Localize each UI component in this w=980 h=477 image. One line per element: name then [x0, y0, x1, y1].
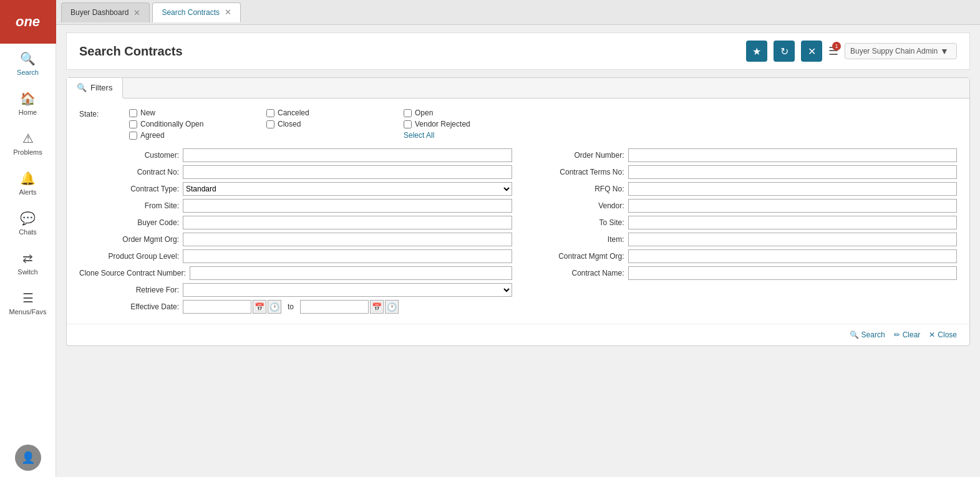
clock-to-button[interactable]: 🕐 — [385, 300, 399, 314]
clock-from-button[interactable]: 🕐 — [268, 300, 281, 314]
checkbox-open[interactable]: Open — [404, 108, 541, 117]
warning-icon: ⚠ — [22, 131, 34, 146]
search-icon: 🔍 — [850, 330, 859, 339]
field-contract-mgmt-org: Contract Mgmt Org: — [525, 249, 958, 263]
checkbox-new-input[interactable] — [129, 109, 137, 117]
tab-search-contracts[interactable]: Search Contracts ✕ — [152, 2, 241, 22]
checkbox-conditionally-open[interactable]: Conditionally Open — [129, 120, 266, 128]
label-contract-mgmt-org: Contract Mgmt Org: — [525, 252, 624, 261]
effective-date-to: 📅 🕐 — [300, 300, 399, 314]
field-order-number: Order Number: — [525, 148, 958, 162]
sidebar-item-home[interactable]: 🏠 Home — [0, 84, 56, 123]
tab-close-buyer-dashboard[interactable]: ✕ — [133, 9, 140, 17]
label-order-number: Order Number: — [525, 151, 624, 160]
input-contract-mgmt-org[interactable] — [628, 249, 958, 263]
filters-tab[interactable]: 🔍 Filters — [67, 78, 123, 99]
sidebar: one 🔍 Search 🏠 Home ⚠ Problems 🔔 Alerts … — [0, 0, 56, 477]
search-icon: 🔍 — [20, 51, 36, 66]
input-item[interactable] — [628, 233, 958, 246]
checkbox-agreed[interactable]: Agreed — [129, 131, 266, 140]
refresh-button[interactable]: ↻ — [774, 41, 795, 62]
filter-icon: 🔍 — [77, 83, 87, 92]
switch-icon: ⇄ — [22, 251, 33, 266]
filters-body: State: New Canceled Open Conditionally — [67, 99, 969, 324]
filters-footer: 🔍 Search ✏ Clear ✕ Close — [67, 324, 969, 345]
search-button[interactable]: 🔍 Search — [850, 330, 885, 339]
checkbox-vendor-rejected[interactable]: Vendor Rejected — [404, 120, 541, 128]
input-from-site[interactable] — [183, 199, 512, 213]
calendar-from-button[interactable]: 📅 — [253, 300, 266, 314]
select-contract-type[interactable]: Standard Blanket Master — [183, 182, 512, 196]
bell-icon: 🔔 — [20, 171, 36, 186]
logo[interactable]: one — [0, 0, 56, 44]
sidebar-item-label: Chats — [19, 228, 37, 236]
checkbox-canceled[interactable]: Canceled — [266, 108, 404, 117]
sidebar-item-search[interactable]: 🔍 Search — [0, 44, 56, 84]
date-from-input[interactable] — [183, 300, 251, 314]
checkbox-canceled-input[interactable] — [266, 109, 274, 117]
input-customer[interactable] — [183, 148, 512, 162]
input-to-site[interactable] — [628, 216, 958, 229]
field-customer: Customer: — [79, 148, 512, 162]
sidebar-item-alerts[interactable]: 🔔 Alerts — [0, 163, 56, 203]
checkbox-open-input[interactable] — [404, 109, 412, 117]
page-header: Search Contracts ★ ↻ ✕ ☰ 1 Buyer Suppy C… — [66, 32, 970, 70]
checkbox-conditionally-open-input[interactable] — [129, 120, 137, 128]
close-page-button[interactable]: ✕ — [801, 41, 822, 62]
field-contract-no: Contract No: — [79, 165, 512, 179]
header-actions: ★ ↻ ✕ ☰ 1 Buyer Suppy Chain Admin ▼ — [746, 41, 957, 62]
close-button[interactable]: ✕ Close — [929, 330, 957, 339]
state-label: State: — [79, 108, 129, 118]
field-contract-terms-no: Contract Terms No: — [525, 165, 958, 179]
close-label: Close — [938, 330, 957, 339]
input-clone-source[interactable] — [190, 266, 512, 280]
input-contract-no[interactable] — [183, 165, 512, 179]
label-contract-type: Contract Type: — [79, 185, 179, 193]
input-order-mgmt-org[interactable] — [183, 233, 512, 246]
calendar-to-button[interactable]: 📅 — [370, 300, 384, 314]
state-row: State: New Canceled Open Conditionally — [79, 108, 957, 140]
sidebar-item-label: Menus/Favs — [9, 308, 47, 316]
sidebar-item-label: Home — [19, 108, 37, 116]
label-buyer-code: Buyer Code: — [79, 218, 179, 227]
menu-button[interactable]: ☰ 1 — [828, 44, 838, 58]
date-to-input[interactable] — [300, 300, 369, 314]
notification-badge: 1 — [832, 42, 841, 51]
input-contract-name[interactable] — [628, 266, 958, 280]
avatar[interactable]: 👤 — [15, 445, 41, 471]
input-vendor[interactable] — [628, 199, 958, 213]
sidebar-item-label: Problems — [13, 148, 42, 156]
tab-close-search-contracts[interactable]: ✕ — [225, 8, 231, 16]
checkbox-closed-input[interactable] — [266, 120, 274, 128]
sidebar-item-menus-favs[interactable]: ☰ Menus/Favs — [0, 283, 56, 323]
checkbox-vendor-rejected-input[interactable] — [404, 120, 412, 128]
label-retrieve-for: Retrieve For: — [79, 286, 179, 294]
input-buyer-code[interactable] — [183, 216, 512, 229]
checkbox-agreed-input[interactable] — [129, 132, 137, 140]
input-rfq-no[interactable] — [628, 182, 958, 196]
favorite-button[interactable]: ★ — [746, 41, 767, 62]
sidebar-item-chats[interactable]: 💬 Chats — [0, 203, 56, 243]
select-all-link[interactable]: Select All — [404, 131, 541, 140]
field-retrieve-for: Retrieve For: Option 1 — [79, 283, 512, 297]
field-item: Item: — [525, 233, 958, 246]
checkbox-new[interactable]: New — [129, 108, 266, 117]
sidebar-item-switch[interactable]: ⇄ Switch — [0, 243, 56, 283]
input-order-number[interactable] — [628, 148, 958, 162]
label-contract-no: Contract No: — [79, 168, 179, 176]
field-to-site: To Site: — [525, 216, 958, 229]
tabbar: Buyer Dashboard ✕ Search Contracts ✕ — [56, 0, 980, 25]
tab-buyer-dashboard[interactable]: Buyer Dashboard ✕ — [61, 2, 150, 22]
input-product-group-level[interactable] — [183, 249, 512, 263]
clear-button[interactable]: ✏ Clear — [894, 330, 921, 339]
label-item: Item: — [525, 235, 624, 244]
checkbox-closed[interactable]: Closed — [266, 120, 404, 128]
filters-tab-bar: 🔍 Filters — [67, 78, 969, 99]
field-from-site: From Site: — [79, 199, 512, 213]
sidebar-item-problems[interactable]: ⚠ Problems — [0, 123, 56, 163]
user-dropdown[interactable]: Buyer Suppy Chain Admin ▼ — [845, 43, 957, 59]
select-retrieve-for[interactable]: Option 1 — [183, 283, 512, 297]
input-contract-terms-no[interactable] — [628, 165, 958, 179]
field-product-group-level: Product Group Level: — [79, 249, 512, 263]
label-contract-name: Contract Name: — [525, 269, 624, 277]
